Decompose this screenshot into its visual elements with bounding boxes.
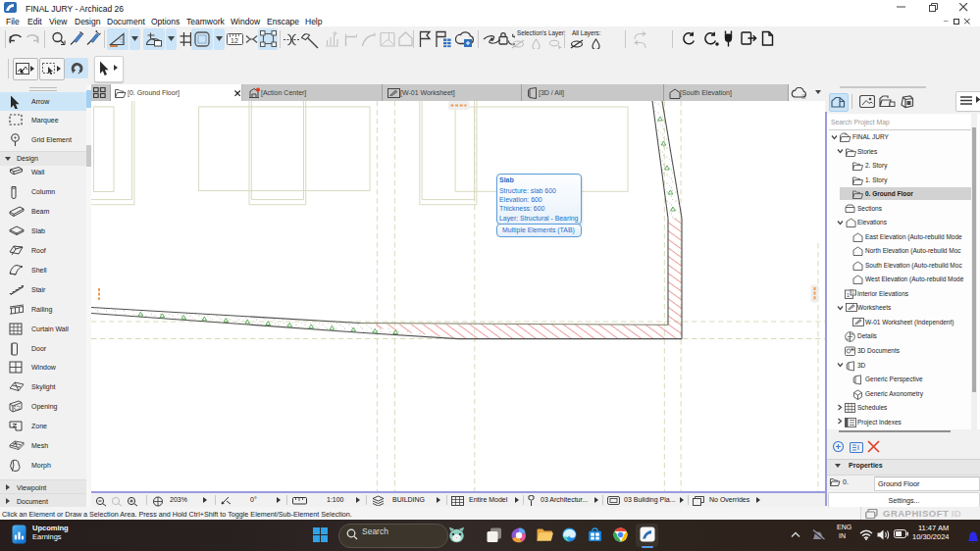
svg-text:1: 1 [847, 291, 851, 297]
svg-text:◫: ◫ [801, 93, 806, 99]
svg-text:12: 12 [231, 37, 238, 44]
